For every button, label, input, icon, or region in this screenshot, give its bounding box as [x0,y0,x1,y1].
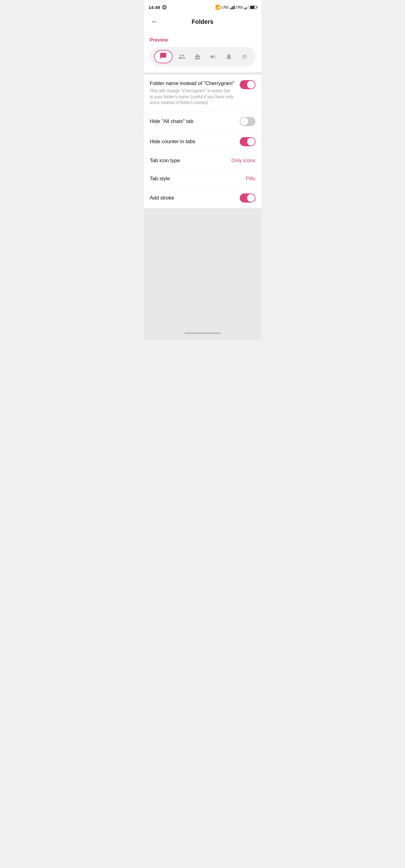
back-button[interactable]: ← [149,16,161,28]
tab-style-value: Pills [246,176,255,182]
tab-style-title: Tab style [150,176,170,182]
header: ← Folders [144,13,261,33]
home-bar [184,333,221,334]
hide-all-chats-title: Hide "All chats" tab [150,118,193,125]
battery-fill [250,6,255,9]
folder-name-row: Folder name instead of "Cherrygram" This… [144,75,261,112]
folder-name-desc: This will change "Cherrygram" in action … [150,88,235,106]
tab-more-icon[interactable] [238,50,251,63]
lte1-label: LTE1 [222,6,229,9]
tab-channel-icon[interactable] [207,50,220,63]
add-stroke-toggle-thumb [247,194,255,202]
signal2-icon [244,5,249,9]
folder-name-toggle-thumb [247,81,255,89]
settings-section: Folder name instead of "Cherrygram" This… [144,75,261,208]
folder-name-toggle[interactable] [240,80,255,89]
folder-name-text-block: Folder name instead of "Cherrygram" This… [150,80,235,106]
tab-icon-type-title: Tab icon type [150,157,180,164]
status-time: 14:49 [149,5,167,10]
add-stroke-title: Add stroke [150,195,174,201]
dnd-icon [162,5,167,10]
preview-label: Preview [150,37,255,43]
battery-icon [250,6,257,9]
home-indicator [144,329,261,340]
wifi-icon: 📶 [215,5,221,10]
section-divider [144,72,261,75]
chat-icon [160,52,167,61]
hide-all-chats-toggle-thumb [240,118,248,125]
tab-preview-bar [150,47,255,66]
active-tab-pill[interactable] [154,50,173,63]
hide-counter-row: Hide counter in tabs [144,132,261,152]
hide-counter-toggle[interactable] [240,137,255,146]
add-stroke-row: Add stroke [144,188,261,208]
tab-icon-type-row[interactable]: Tab icon type Only icons [144,152,261,170]
hide-all-chats-toggle[interactable] [240,117,255,126]
back-arrow-icon: ← [151,18,158,26]
status-bar: 14:49 📶 LTE1 LTE2 [144,0,261,13]
bottom-gray-area [144,208,261,329]
hide-counter-toggle-thumb [247,138,255,146]
status-icons: 📶 LTE1 LTE2 [215,5,256,10]
tab-icon-type-value: Only icons [231,158,255,164]
hide-all-chats-row: Hide "All chats" tab [144,112,261,132]
hide-counter-title: Hide counter in tabs [150,138,195,145]
tab-bot-icon[interactable] [191,50,204,63]
lte2-label: LTE2 [236,6,243,9]
folder-name-title: Folder name instead of "Cherrygram" [150,80,235,87]
page-title: Folders [192,19,213,25]
tab-style-row[interactable]: Tab style Pills [144,170,261,188]
add-stroke-toggle[interactable] [240,193,255,203]
tab-notification-icon[interactable] [223,50,235,63]
signal1-icon [230,5,235,9]
preview-section: Preview [144,33,261,72]
tab-group-icon[interactable] [175,50,188,63]
